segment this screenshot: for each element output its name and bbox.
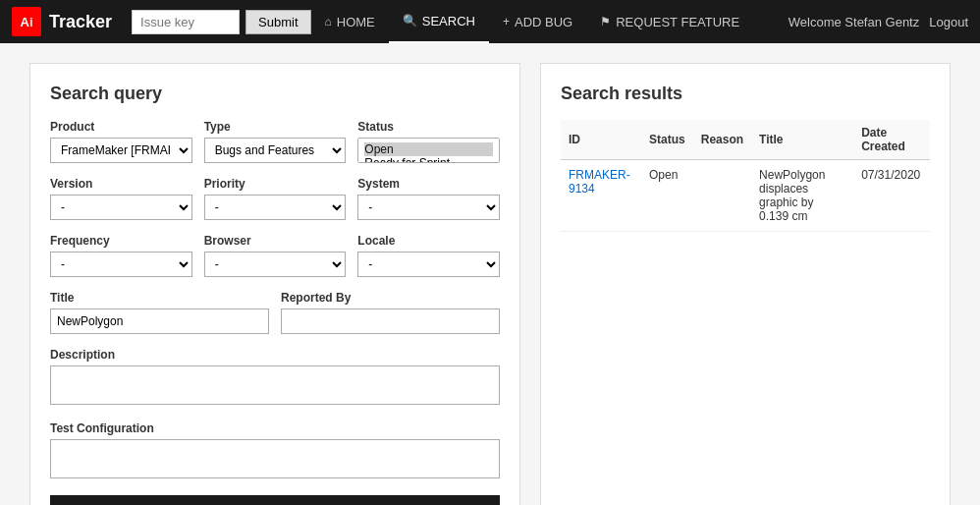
description-textarea[interactable] <box>50 365 500 405</box>
cell-date-created: 07/31/2020 <box>853 160 930 232</box>
home-icon: ⌂ <box>325 15 332 28</box>
description-group: Description <box>50 348 500 408</box>
test-config-label: Test Configuration <box>50 421 500 435</box>
type-group: Type Bugs and Features <box>204 120 347 163</box>
nav-home[interactable]: ⌂ HOME <box>311 0 389 43</box>
nav-search[interactable]: 🔍 SEARCH <box>389 0 489 43</box>
system-select[interactable]: - <box>357 195 500 220</box>
cell-title: NewPolygon displaces graphic by 0.139 cm <box>751 160 853 232</box>
col-reason: Reason <box>693 120 751 160</box>
nav-links: ⌂ HOME 🔍 SEARCH + ADD BUG ⚑ REQUEST FEAT… <box>311 0 789 43</box>
browser-select[interactable]: - <box>204 252 347 277</box>
content-grid: Search query Product FrameMaker [FRMAKER… <box>29 63 951 505</box>
title-group: Title <box>50 291 269 334</box>
col-status: Status <box>641 120 693 160</box>
nav-request-feature[interactable]: ⚑ REQUEST FEATURE <box>586 0 753 43</box>
logout-link[interactable]: Logout <box>929 15 968 29</box>
nav-search-label: SEARCH <box>422 14 475 28</box>
results-table-header: ID Status Reason Title Date Created <box>561 120 930 160</box>
cell-id: FRMAKER-9134 <box>561 160 641 232</box>
brand: Ai Tracker <box>12 7 112 36</box>
form-row-2: Version - Priority - System - <box>50 177 500 220</box>
locale-label: Locale <box>357 234 500 248</box>
locale-select[interactable]: - <box>357 252 500 277</box>
flag-icon: ⚑ <box>600 15 611 28</box>
brand-name: Tracker <box>49 12 112 32</box>
form-row-1: Product FrameMaker [FRMAKER] Type Bugs a… <box>50 120 500 163</box>
priority-label: Priority <box>204 177 347 191</box>
frequency-label: Frequency <box>50 234 192 248</box>
results-table-body: FRMAKER-9134 Open NewPolygon displaces g… <box>561 160 930 232</box>
browser-group: Browser - <box>204 234 347 277</box>
issue-key-input[interactable] <box>132 10 240 34</box>
search-results-panel: Search results ID Status Reason Title Da… <box>540 63 951 505</box>
nav-add-bug[interactable]: + ADD BUG <box>489 0 586 43</box>
nav-home-label: HOME <box>337 15 375 29</box>
table-row: FRMAKER-9134 Open NewPolygon displaces g… <box>561 160 930 232</box>
version-group: Version - <box>50 177 192 220</box>
version-select[interactable]: - <box>50 195 192 220</box>
nav-request-feature-label: REQUEST FEATURE <box>616 15 739 29</box>
reported-by-input[interactable] <box>281 309 500 334</box>
nav-add-bug-label: ADD BUG <box>515 15 572 29</box>
version-label: Version <box>50 177 192 191</box>
reported-by-group: Reported By <box>281 291 500 334</box>
type-select[interactable]: Bugs and Features <box>204 138 347 163</box>
form-row-3: Frequency - Browser - Locale - <box>50 234 500 277</box>
header-row: ID Status Reason Title Date Created <box>561 120 930 160</box>
main-content: Search query Product FrameMaker [FRMAKER… <box>0 43 980 505</box>
col-title: Title <box>751 120 853 160</box>
adobe-logo: Ai <box>12 7 41 36</box>
navbar: Ai Tracker Submit ⌂ HOME 🔍 SEARCH + ADD … <box>0 0 980 43</box>
product-group: Product FrameMaker [FRMAKER] <box>50 120 192 163</box>
issue-link[interactable]: FRMAKER-9134 <box>569 168 630 196</box>
reported-by-label: Reported By <box>281 291 500 305</box>
title-input[interactable] <box>50 309 269 334</box>
title-label: Title <box>50 291 269 305</box>
test-config-textarea[interactable] <box>50 439 500 478</box>
search-icon: 🔍 <box>403 14 417 28</box>
form-row-4: Title Reported By <box>50 291 500 334</box>
priority-group: Priority - <box>204 177 347 220</box>
type-label: Type <box>204 120 347 134</box>
search-query-panel: Search query Product FrameMaker [FRMAKER… <box>29 63 520 505</box>
locale-group: Locale - <box>357 234 500 277</box>
status-label: Status <box>357 120 500 134</box>
cell-status: Open <box>641 160 693 232</box>
system-group: System - <box>357 177 500 220</box>
submit-button[interactable]: Submit <box>245 10 310 34</box>
nav-right: Welcome Stefan Gentz Logout <box>789 15 968 29</box>
add-icon: + <box>503 15 510 28</box>
product-select[interactable]: FrameMaker [FRMAKER] <box>50 138 192 163</box>
advanced-filters-bar[interactable]: Advanced Filters <box>50 495 500 505</box>
status-group: Status Open Ready for Sprint In Developm… <box>357 120 500 163</box>
system-label: System <box>357 177 500 191</box>
frequency-select[interactable]: - <box>50 252 192 277</box>
issue-key-bar: Submit <box>132 10 310 34</box>
search-query-title: Search query <box>50 84 500 104</box>
frequency-group: Frequency - <box>50 234 192 277</box>
welcome-text: Welcome Stefan Gentz <box>789 15 919 29</box>
browser-label: Browser <box>204 234 347 248</box>
cell-reason <box>693 160 751 232</box>
product-label: Product <box>50 120 192 134</box>
col-date-created: Date Created <box>853 120 930 160</box>
status-listbox[interactable]: Open Ready for Sprint In Development In … <box>357 138 500 163</box>
search-results-title: Search results <box>561 84 930 104</box>
description-label: Description <box>50 348 500 362</box>
results-table: ID Status Reason Title Date Created FRMA… <box>561 120 930 232</box>
priority-select[interactable]: - <box>204 195 347 220</box>
test-config-group: Test Configuration <box>50 421 500 481</box>
col-id: ID <box>561 120 641 160</box>
